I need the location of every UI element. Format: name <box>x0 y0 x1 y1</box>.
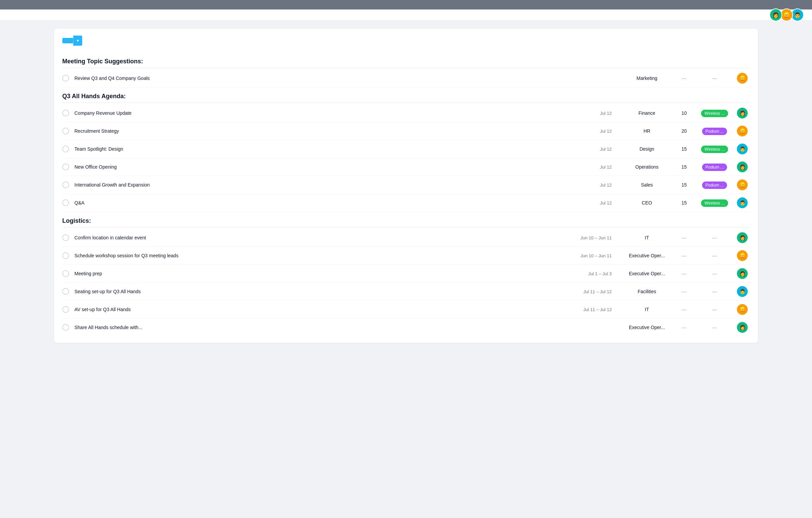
avatar: 👩 <box>737 108 748 118</box>
section-divider <box>62 227 750 228</box>
header-avatars: 👩 👱 👨 <box>771 8 804 21</box>
task-checkbox[interactable] <box>62 164 69 170</box>
task-avatar: 👨 <box>735 144 750 154</box>
task-card: ▾ Meeting Topic Suggestions:Review Q3 an… <box>54 29 758 343</box>
task-mic: — <box>694 306 735 312</box>
avatar: 👨 <box>737 286 748 297</box>
task-name: Recruitment Strategy <box>74 128 576 134</box>
task-team: Executive Oper... <box>620 253 674 258</box>
avatar: 👱 <box>737 126 748 136</box>
sections-container: Meeting Topic Suggestions:Review Q3 and … <box>62 52 750 336</box>
task-mic: — <box>694 75 735 81</box>
task-team: Marketing <box>620 75 674 81</box>
mic-badge: Wireless ... <box>701 146 728 153</box>
task-checkbox[interactable] <box>62 252 69 259</box>
avatar: 👩 <box>737 232 748 243</box>
task-checkbox[interactable] <box>62 181 69 188</box>
task-row: Recruitment StrategyJul 12HR20Podium ...… <box>62 122 750 140</box>
task-checkbox[interactable] <box>62 199 69 206</box>
task-time: — <box>674 271 694 276</box>
task-date: Jul 1 – Jul 3 <box>576 271 620 276</box>
task-row: Team Spotlight: DesignJul 12Design15Wire… <box>62 140 750 158</box>
task-name: Schedule workshop session for Q3 meeting… <box>74 253 576 258</box>
task-row: Company Revenue UpdateJul 12Finance10Wir… <box>62 104 750 122</box>
task-name: Share All Hands schedule with... <box>74 325 576 330</box>
task-time: 15 <box>674 146 694 152</box>
section-header: Meeting Topic Suggestions: <box>62 52 750 68</box>
task-team: CEO <box>620 200 674 206</box>
avatar: 👩 <box>737 268 748 279</box>
task-checkbox[interactable] <box>62 288 69 295</box>
task-checkbox[interactable] <box>62 128 69 134</box>
header: 👩 👱 👨 <box>0 9 812 21</box>
task-checkbox[interactable] <box>62 75 69 82</box>
task-team: Operations <box>620 164 674 170</box>
task-avatar: 👱 <box>735 73 750 84</box>
task-date: Jul 12 <box>576 200 620 206</box>
task-date: Jul 12 <box>576 165 620 170</box>
task-row: Confirm location in calendar eventJun 10… <box>62 229 750 247</box>
task-row: Q&AJul 12CEO15Wireless ...👨 <box>62 194 750 212</box>
task-row: Meeting prepJul 1 – Jul 3Executive Oper.… <box>62 265 750 283</box>
task-name: Seating set-up for Q3 All Hands <box>74 289 576 294</box>
avatar: 👱 <box>737 179 748 190</box>
task-row: Share All Hands schedule with...Executiv… <box>62 319 750 336</box>
task-name: Review Q3 and Q4 Company Goals <box>74 75 576 81</box>
task-team: HR <box>620 128 674 134</box>
task-time: — <box>674 307 694 312</box>
add-task-group: ▾ <box>62 36 82 46</box>
task-avatar: 👱 <box>735 179 750 190</box>
mic-badge: Wireless ... <box>701 110 728 117</box>
section-header: Q3 All Hands Agenda: <box>62 87 750 103</box>
task-date: Jul 11 – Jul 12 <box>576 289 620 294</box>
task-mic: — <box>694 253 735 259</box>
task-avatar: 👩 <box>735 322 750 333</box>
add-task-dropdown-button[interactable]: ▾ <box>73 36 82 46</box>
task-time: 10 <box>674 110 694 116</box>
task-team: IT <box>620 235 674 240</box>
task-mic: Podium ... <box>694 128 735 134</box>
task-mic: Wireless ... <box>694 110 735 116</box>
task-avatar: 👱 <box>735 304 750 315</box>
task-date: Jun 10 – Jun 11 <box>576 235 620 240</box>
avatar: 👱 <box>737 304 748 315</box>
task-mic: — <box>694 324 735 330</box>
task-checkbox[interactable] <box>62 270 69 277</box>
task-team: IT <box>620 307 674 312</box>
task-mic: — <box>694 235 735 241</box>
task-mic: Wireless ... <box>694 200 735 206</box>
avatar: 👨 <box>737 197 748 208</box>
task-name: Confirm location in calendar event <box>74 235 576 240</box>
task-checkbox[interactable] <box>62 234 69 241</box>
task-row: Schedule workshop session for Q3 meeting… <box>62 247 750 265</box>
task-mic: Podium ... <box>694 182 735 188</box>
add-task-button[interactable] <box>62 38 73 43</box>
section-divider <box>62 103 750 103</box>
task-time: — <box>674 325 694 330</box>
task-date: Jul 11 – Jul 12 <box>576 307 620 312</box>
task-checkbox[interactable] <box>62 306 69 313</box>
task-team: Facilities <box>620 289 674 294</box>
avatar: 👩 <box>769 8 782 21</box>
task-team: Executive Oper... <box>620 325 674 330</box>
task-time: 20 <box>674 128 694 134</box>
task-checkbox[interactable] <box>62 146 69 152</box>
task-avatar: 👱 <box>735 250 750 261</box>
task-avatar: 👨 <box>735 286 750 297</box>
avatar: 👱 <box>737 73 748 84</box>
task-team: Executive Oper... <box>620 271 674 276</box>
task-name: Company Revenue Update <box>74 110 576 116</box>
mic-badge: Podium ... <box>702 181 727 189</box>
task-date: Jul 12 <box>576 182 620 188</box>
task-checkbox[interactable] <box>62 110 69 116</box>
task-checkbox[interactable] <box>62 324 69 331</box>
task-name: International Growth and Expansion <box>74 182 576 188</box>
task-name: Team Spotlight: Design <box>74 146 576 152</box>
task-name: New Office Opening <box>74 164 576 170</box>
task-time: — <box>674 289 694 294</box>
toolbar: ▾ <box>62 36 750 46</box>
task-time: — <box>674 235 694 240</box>
task-time: — <box>674 253 694 258</box>
task-team: Design <box>620 146 674 152</box>
task-team: Finance <box>620 110 674 116</box>
